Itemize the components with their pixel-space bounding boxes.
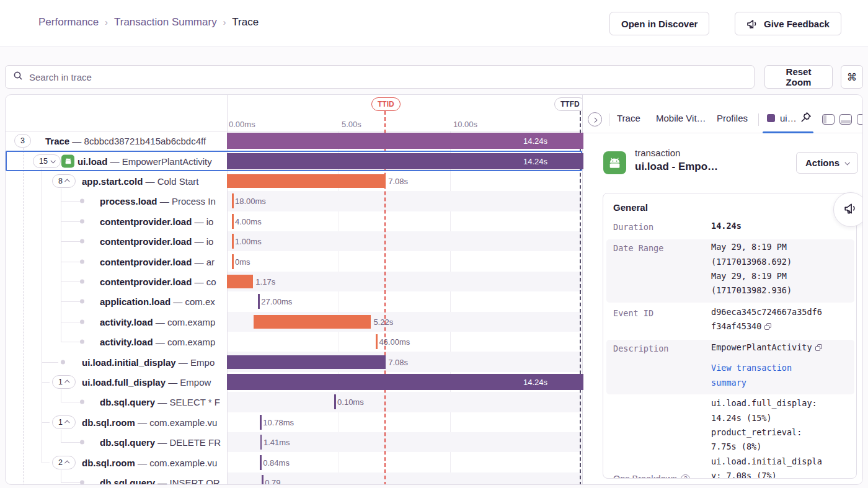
- axis-tick-0: 0.00ms: [229, 120, 255, 129]
- row-stripe: [227, 231, 582, 251]
- duration-tick[interactable]: [258, 294, 260, 309]
- span-row-ui.load.full_display[interactable]: 1ui.load.full_display — Empow14.24s: [6, 372, 582, 392]
- duration-tick[interactable]: [232, 234, 234, 249]
- children-count-pill[interactable]: 2: [52, 456, 76, 469]
- kv-value: ui.load.full_display:: [711, 398, 817, 408]
- duration-bar[interactable]: [254, 315, 371, 329]
- layout-sidebar-left-button[interactable]: [822, 114, 835, 125]
- kv-label: Event ID: [613, 308, 653, 318]
- span-label: application.load — com.ex: [100, 296, 215, 307]
- tree-cell: 8app.start.cold — Cold Start: [6, 171, 227, 191]
- open-in-discover-label: Open in Discover: [621, 19, 698, 29]
- duration-tick[interactable]: [260, 435, 262, 450]
- view-transaction-summary-link[interactable]: View transaction: [711, 363, 792, 373]
- span-label: ui.load.full_display — Empow: [82, 376, 211, 387]
- tab-mobile-vitals[interactable]: Mobile Vit…: [656, 113, 706, 123]
- trace-search[interactable]: [5, 65, 755, 89]
- copy-icon[interactable]: [815, 344, 822, 351]
- general-card: General Duration14.24sDate RangeMay 29, …: [603, 193, 857, 479]
- tree-cell: 3Trace — 8cbbcd38721b415ab6cbdc4ff: [6, 131, 227, 151]
- tree-guide-line: [42, 463, 50, 463]
- span-row-db.sql.query[interactable]: db.sql.query — SELECT * F0.10ms: [6, 392, 582, 412]
- duration-tick[interactable]: [260, 415, 262, 430]
- span-row-process.load[interactable]: process.load — Process In18.00ms: [6, 191, 582, 211]
- span-dot: [80, 480, 84, 484]
- span-row-contentprovider.load[interactable]: contentprovider.load — ar0ms: [6, 251, 582, 271]
- actions-dropdown[interactable]: Actions: [796, 152, 858, 174]
- copy-icon[interactable]: [764, 323, 771, 330]
- duration-tick[interactable]: [232, 214, 234, 229]
- span-row-Trace[interactable]: 3Trace — 8cbbcd38721b415ab6cbdc4ff14.24s: [6, 131, 582, 151]
- ttfd-badge[interactable]: TTFD: [554, 97, 586, 111]
- duration-value: 7.08s: [388, 176, 408, 185]
- tree-cell: process.load — Process In: [6, 191, 227, 211]
- span-dot: [80, 340, 84, 344]
- reset-zoom-button[interactable]: Reset Zoom: [764, 65, 833, 89]
- span-row-db.sql.room[interactable]: 2db.sql.room — com.example.vu0.84ms: [6, 452, 582, 472]
- layout-drawer-bottom-button[interactable]: [839, 114, 852, 125]
- duration-bar[interactable]: 14.24s: [227, 133, 583, 149]
- duration-bar[interactable]: 14.24s: [227, 374, 583, 390]
- tab-trace[interactable]: Trace: [617, 113, 640, 123]
- duration-value: 0.10ms: [337, 397, 364, 407]
- breadcrumb-transaction-summary[interactable]: Transaction Summary: [114, 16, 217, 29]
- children-count-pill[interactable]: 1: [52, 375, 76, 389]
- ttid-badge[interactable]: TTID: [371, 97, 401, 111]
- children-count-pill[interactable]: 1: [52, 415, 76, 429]
- span-row-ui.load[interactable]: 15ui.load — EmpowerPlantActivity14.24s: [6, 151, 582, 171]
- span-row-activity.load[interactable]: activity.load — com.examp46.00ms: [6, 332, 582, 352]
- tree-cell: contentprovider.load — io: [6, 211, 227, 231]
- span-row-activity.load[interactable]: activity.load — com.examp5.22s: [6, 312, 582, 332]
- view-transaction-summary-link[interactable]: summary: [711, 378, 746, 388]
- duration-tick[interactable]: [260, 455, 262, 470]
- children-count-pill[interactable]: 8: [52, 174, 76, 188]
- breadcrumb-performance[interactable]: Performance: [38, 16, 99, 29]
- general-heading: General: [613, 202, 648, 213]
- kv-label: Description: [613, 344, 668, 353]
- pin-tab-icon[interactable]: [800, 112, 812, 126]
- collapse-panel-button[interactable]: [588, 112, 602, 126]
- tree-guide-line: [61, 241, 80, 242]
- duration-bar[interactable]: [227, 355, 386, 369]
- span-label: contentprovider.load — co: [100, 276, 216, 286]
- span-row-contentprovider.load[interactable]: contentprovider.load — io4.00ms: [6, 211, 582, 231]
- duration-bar[interactable]: [227, 275, 253, 288]
- active-tab-swatch: [767, 114, 775, 122]
- span-row-contentprovider.load[interactable]: contentprovider.load — co1.17s: [6, 272, 582, 291]
- duration-bar[interactable]: [227, 174, 386, 188]
- duration-tick[interactable]: [232, 254, 234, 269]
- duration-tick[interactable]: [376, 334, 378, 349]
- span-row-db.sql.query[interactable]: db.sql.query — INSERT OR0.79: [6, 472, 582, 485]
- duration-tick[interactable]: [334, 394, 336, 409]
- tab-ui-load-active[interactable]: ui…: [780, 113, 797, 123]
- layout-sidebar-right-button[interactable]: [857, 114, 863, 125]
- duration-bar[interactable]: 14.24s: [227, 153, 583, 169]
- tree-cell: contentprovider.load — io: [6, 231, 227, 251]
- tree-guide-line: [61, 442, 80, 443]
- breadcrumb-trace: Trace: [232, 16, 259, 29]
- shortcuts-button[interactable]: ⌘: [841, 65, 863, 89]
- span-row-contentprovider.load[interactable]: contentprovider.load — io1.00ms: [6, 231, 582, 251]
- tab-profiles[interactable]: Profiles: [717, 113, 748, 123]
- span-row-app.start.cold[interactable]: 8app.start.cold — Cold Start7.08s: [6, 171, 582, 191]
- span-row-ui.load.initial_display[interactable]: ui.load.initial_display — Empo7.08s: [6, 352, 582, 371]
- span-label: app.start.cold — Cold Start: [82, 175, 198, 186]
- span-row-db.sql.query[interactable]: db.sql.query — DELETE FR1.41ms: [6, 432, 582, 452]
- duration-tick[interactable]: [262, 475, 264, 485]
- tree-guide-line: [61, 342, 80, 342]
- row-stripe: [227, 392, 582, 412]
- tree-cell: db.sql.query — SELECT * F: [6, 392, 227, 412]
- children-count-pill[interactable]: 3: [14, 134, 31, 148]
- children-count-pill[interactable]: 15: [33, 154, 61, 168]
- span-dot: [61, 360, 65, 364]
- help-icon[interactable]: ?: [681, 474, 690, 479]
- breadcrumb: Performance › Transaction Summary › Trac…: [38, 16, 259, 29]
- give-feedback-button[interactable]: Give Feedback: [735, 12, 841, 35]
- open-in-discover-button[interactable]: Open in Discover: [609, 12, 709, 35]
- span-row-application.load[interactable]: application.load — com.ex27.00ms: [6, 291, 582, 311]
- duration-tick[interactable]: [232, 193, 234, 208]
- kv-value: 14.24s (15%): [711, 413, 772, 423]
- feedback-fab-button[interactable]: [833, 192, 863, 227]
- span-row-db.sql.room[interactable]: 1db.sql.room — com.example.vu10.78ms: [6, 412, 582, 432]
- search-input[interactable]: [28, 71, 746, 83]
